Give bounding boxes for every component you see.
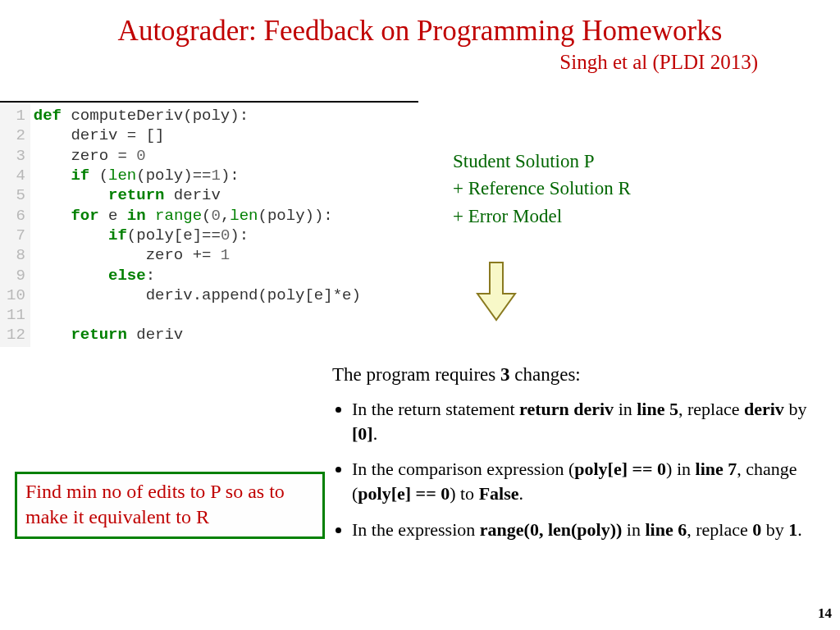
page-number: 14 <box>818 605 832 622</box>
goal-box: Find min no of edits to P so as to make … <box>15 472 325 539</box>
input-item-student: Student Solution P <box>453 148 631 175</box>
code-content: def computeDeriv(poly): deriv = [] zero … <box>30 104 361 347</box>
code-top-border <box>0 101 418 103</box>
slide-title: Autograder: Feedback on Programming Home… <box>0 0 840 48</box>
changes-list-item: In the expression range(0, len(poly)) in… <box>352 518 833 542</box>
input-item-reference: + Reference Solution R <box>453 175 631 202</box>
code-linenumbers: 1 2 3 4 5 6 7 8 9 10 11 12 <box>0 104 30 347</box>
slide-subtitle: Singh et al (PLDI 2013) <box>0 51 840 74</box>
inputs-list: Student Solution P + Reference Solution … <box>453 148 631 230</box>
changes-list-item: In the return statement return deriv in … <box>352 397 833 445</box>
code-block: 1 2 3 4 5 6 7 8 9 10 11 12 def computeDe… <box>0 101 418 347</box>
result-header: The program requires 3 changes: <box>332 364 581 386</box>
input-item-error: + Error Model <box>453 203 631 230</box>
arrow-down-icon <box>476 261 517 330</box>
changes-list-item: In the comparison expression (poly[e] ==… <box>352 457 833 505</box>
changes-list: In the return statement return deriv in … <box>332 397 833 553</box>
